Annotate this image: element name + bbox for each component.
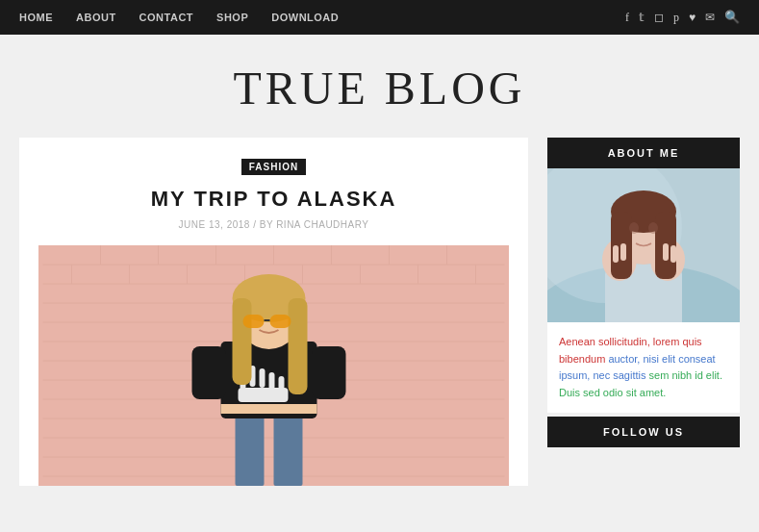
- heart-icon[interactable]: ♥: [689, 11, 696, 25]
- content-area: FASHION MY TRIP TO ALASKA JUNE 13, 2018 …: [19, 138, 528, 486]
- follow-widget-title: FOLLOW US: [547, 417, 740, 447]
- about-image: [547, 168, 740, 322]
- site-title: TRUE BLOG: [0, 62, 759, 114]
- post-image-svg: [38, 245, 509, 486]
- svg-rect-60: [620, 243, 626, 261]
- svg-rect-36: [269, 372, 275, 390]
- svg-point-57: [629, 222, 639, 234]
- svg-rect-62: [670, 245, 676, 263]
- nav-item-contact[interactable]: CONTACT: [139, 12, 193, 23]
- svg-rect-38: [239, 388, 289, 402]
- svg-rect-41: [233, 298, 252, 385]
- post-category[interactable]: FASHION: [241, 159, 306, 175]
- follow-widget: FOLLOW US: [547, 417, 740, 447]
- svg-rect-43: [243, 315, 265, 328]
- sidebar: ABOUT ME: [547, 138, 740, 486]
- about-description: Aenean sollicitudin, lorem quis bibendum…: [547, 322, 740, 413]
- instagram-icon[interactable]: ◻: [654, 11, 664, 25]
- nav-item-home[interactable]: HOME: [19, 12, 53, 23]
- site-header: TRUE BLOG: [0, 35, 759, 138]
- nav-item-shop[interactable]: SHOP: [216, 12, 248, 23]
- post-header: FASHION: [38, 157, 509, 187]
- about-widget-title: ABOUT ME: [547, 138, 740, 168]
- nav-item-about[interactable]: ABOUT: [76, 12, 116, 23]
- svg-rect-37: [279, 376, 285, 390]
- svg-rect-61: [663, 243, 669, 261]
- nav-links: HOME ABOUT CONTACT SHOP DOWNLOAD: [19, 12, 339, 23]
- svg-rect-46: [221, 404, 317, 414]
- nav-social: f 𝕥 ◻ p ♥ ✉ 🔍: [625, 10, 740, 25]
- svg-rect-31: [192, 346, 226, 399]
- post-meta: JUNE 13, 2018 / BY RINA CHAUDHARY: [38, 219, 509, 230]
- facebook-icon[interactable]: f: [625, 11, 629, 25]
- svg-rect-32: [313, 346, 346, 399]
- search-icon[interactable]: 🔍: [724, 10, 740, 25]
- twitter-icon[interactable]: 𝕥: [639, 11, 645, 25]
- svg-rect-28: [236, 409, 265, 486]
- svg-rect-42: [289, 298, 308, 394]
- svg-rect-29: [274, 409, 303, 486]
- svg-point-58: [648, 222, 658, 234]
- about-text-content: Aenean sollicitudin, lorem quis bibendum…: [559, 336, 722, 398]
- email-icon[interactable]: ✉: [705, 11, 715, 25]
- pinterest-icon[interactable]: p: [673, 11, 679, 25]
- svg-rect-35: [260, 368, 266, 388]
- about-widget: ABOUT ME: [547, 138, 740, 413]
- navigation: HOME ABOUT CONTACT SHOP DOWNLOAD f 𝕥 ◻ p…: [0, 0, 759, 35]
- post-title: MY TRIP TO ALASKA: [38, 187, 509, 212]
- nav-item-download[interactable]: DOWNLOAD: [271, 12, 339, 23]
- about-person-svg: [547, 168, 740, 322]
- svg-rect-59: [613, 245, 619, 263]
- svg-rect-44: [270, 315, 291, 328]
- post-image: [38, 245, 509, 486]
- main-layout: FASHION MY TRIP TO ALASKA JUNE 13, 2018 …: [0, 138, 759, 505]
